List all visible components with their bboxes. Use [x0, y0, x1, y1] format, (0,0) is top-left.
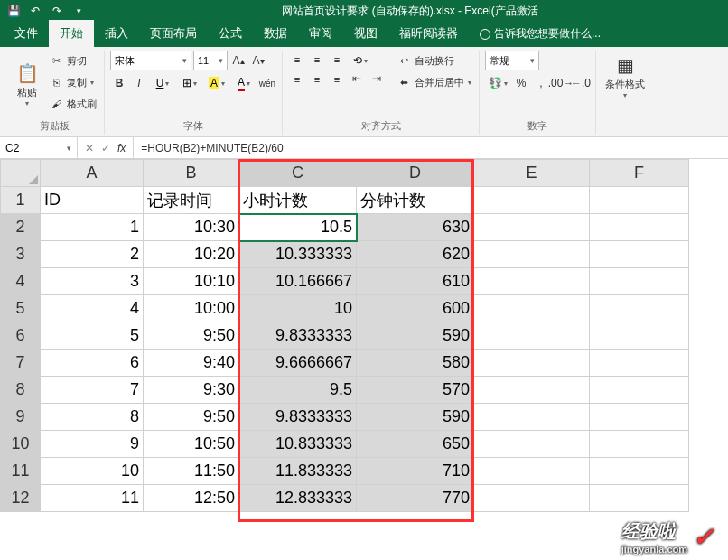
cell[interactable]: 9.8333333: [239, 404, 357, 431]
font-color-button[interactable]: A▾: [231, 74, 257, 92]
tab-insert[interactable]: 插入: [94, 20, 139, 47]
grid[interactable]: A B C D E F 1 ID 记录时间 小时计数 分钟计数 2 1 10:3…: [0, 159, 689, 512]
cell[interactable]: 10: [239, 295, 357, 322]
tab-home[interactable]: 开始: [49, 20, 94, 47]
row-header[interactable]: 6: [1, 322, 41, 350]
cell[interactable]: ID: [41, 187, 144, 214]
underline-button[interactable]: U▾: [150, 74, 175, 92]
tab-review[interactable]: 审阅: [298, 20, 343, 47]
redo-icon[interactable]: ↷: [51, 5, 63, 17]
fx-icon[interactable]: fx: [117, 142, 126, 154]
cell[interactable]: [474, 322, 590, 350]
cell[interactable]: [474, 187, 590, 214]
cell[interactable]: [474, 485, 590, 512]
increase-font-button[interactable]: A▴: [229, 51, 247, 70]
italic-button[interactable]: I: [130, 74, 148, 92]
cell[interactable]: 590: [357, 322, 474, 350]
cell[interactable]: 6: [41, 350, 144, 377]
font-size-dropdown[interactable]: 11▾: [193, 51, 228, 70]
align-middle-button[interactable]: ≡: [308, 51, 326, 69]
row-header[interactable]: 10: [1, 431, 41, 458]
row-header[interactable]: 9: [1, 404, 41, 431]
row-header[interactable]: 12: [1, 485, 41, 512]
save-icon[interactable]: 💾: [7, 5, 20, 17]
cell[interactable]: [590, 187, 689, 214]
row-header[interactable]: 4: [1, 268, 41, 295]
cell[interactable]: 10:50: [144, 431, 239, 458]
cell[interactable]: 12.833333: [239, 485, 357, 512]
tell-me[interactable]: 告诉我您想要做什么...: [469, 21, 611, 47]
tab-view[interactable]: 视图: [343, 20, 388, 47]
cell[interactable]: 11:50: [144, 458, 239, 485]
cell[interactable]: [590, 377, 689, 404]
currency-button[interactable]: 💱▾: [485, 74, 510, 92]
percent-button[interactable]: %: [512, 74, 530, 92]
decrease-indent-button[interactable]: ⇤: [348, 70, 366, 88]
cell[interactable]: [590, 268, 689, 295]
bold-button[interactable]: B: [110, 74, 128, 92]
increase-indent-button[interactable]: ⇥: [368, 70, 386, 88]
cell[interactable]: [590, 404, 689, 431]
paste-button[interactable]: 📋 粘贴 ▾: [11, 51, 43, 117]
decrease-font-button[interactable]: A▾: [249, 51, 267, 70]
cut-button[interactable]: ✂剪切: [47, 51, 98, 70]
cell[interactable]: 9:50: [144, 322, 239, 350]
cell[interactable]: [590, 295, 689, 322]
cell[interactable]: 650: [357, 431, 474, 458]
cell[interactable]: 10:10: [144, 268, 239, 295]
cell[interactable]: [590, 322, 689, 350]
cell[interactable]: 10:20: [144, 241, 239, 268]
cell[interactable]: [474, 431, 590, 458]
cell[interactable]: 9: [41, 431, 144, 458]
cell[interactable]: [474, 458, 590, 485]
wrap-text-button[interactable]: ↩自动换行: [395, 51, 473, 70]
cell[interactable]: [474, 404, 590, 431]
cell[interactable]: 9.6666667: [239, 350, 357, 377]
font-name-dropdown[interactable]: 宋体▾: [110, 51, 191, 70]
cell[interactable]: 710: [357, 458, 474, 485]
cell[interactable]: 8: [41, 404, 144, 431]
cell[interactable]: 1: [41, 214, 144, 241]
undo-icon[interactable]: ↶: [29, 5, 42, 17]
row-header[interactable]: 5: [1, 295, 41, 322]
cell[interactable]: [590, 214, 689, 241]
cell[interactable]: [590, 350, 689, 377]
row-header[interactable]: 3: [1, 241, 41, 268]
cell[interactable]: 7: [41, 377, 144, 404]
cell[interactable]: 4: [41, 295, 144, 322]
cell[interactable]: [590, 241, 689, 268]
align-center-button[interactable]: ≡: [308, 70, 326, 89]
cell[interactable]: 610: [357, 268, 474, 295]
cell[interactable]: 11.833333: [239, 458, 357, 485]
cell[interactable]: 11: [41, 485, 144, 512]
cell[interactable]: 10.166667: [239, 268, 357, 295]
row-header[interactable]: 11: [1, 458, 41, 485]
tab-formulas[interactable]: 公式: [208, 20, 253, 47]
cell[interactable]: 小时计数: [239, 187, 357, 214]
cell[interactable]: [590, 458, 689, 485]
tab-layout[interactable]: 页面布局: [139, 20, 208, 47]
align-right-button[interactable]: ≡: [328, 70, 346, 89]
cell[interactable]: 9:40: [144, 350, 239, 377]
cell[interactable]: 580: [357, 350, 474, 377]
orientation-button[interactable]: ⟲▾: [348, 51, 373, 70]
cell[interactable]: 12:50: [144, 485, 239, 512]
align-left-button[interactable]: ≡: [288, 70, 306, 89]
merge-center-button[interactable]: ⬌合并后居中▾: [395, 72, 473, 92]
formula-input[interactable]: =HOUR(B2)+MINUTE(B2)/60: [134, 142, 728, 154]
col-header-F[interactable]: F: [590, 160, 689, 187]
row-header[interactable]: 1: [1, 187, 41, 214]
accept-formula-icon[interactable]: ✓: [101, 142, 110, 154]
cell[interactable]: 620: [357, 241, 474, 268]
fill-color-button[interactable]: A▾: [204, 74, 229, 92]
cell[interactable]: [474, 241, 590, 268]
align-top-button[interactable]: ≡: [288, 51, 306, 69]
col-header-E[interactable]: E: [474, 160, 590, 187]
cell[interactable]: 5: [41, 322, 144, 350]
cell[interactable]: 9:50: [144, 404, 239, 431]
row-header[interactable]: 8: [1, 377, 41, 404]
tab-file[interactable]: 文件: [4, 20, 49, 47]
cell[interactable]: 600: [357, 295, 474, 322]
cell[interactable]: 10:30: [144, 214, 239, 241]
col-header-A[interactable]: A: [41, 160, 144, 187]
